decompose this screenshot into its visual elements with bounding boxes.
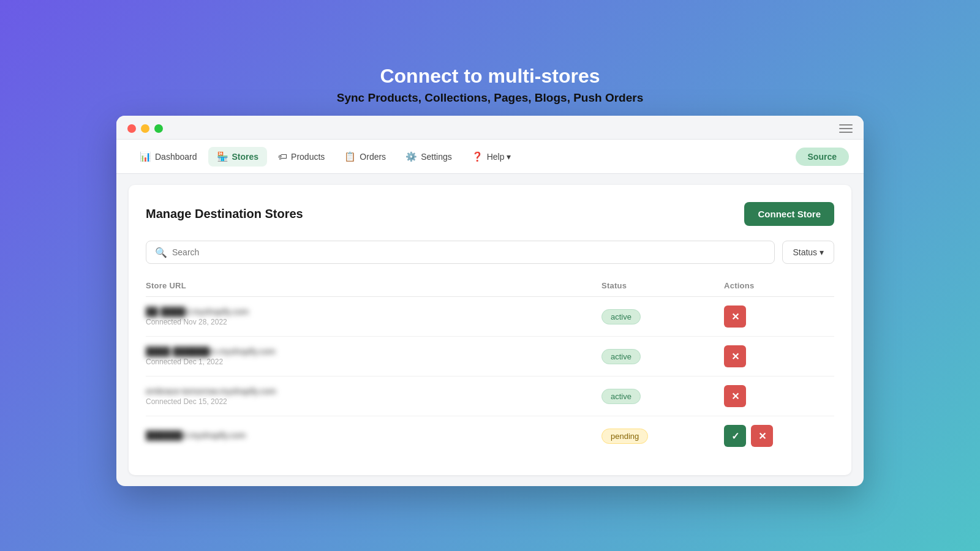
dashboard-icon: 📊	[140, 151, 151, 162]
page-title: Connect to multi-stores	[337, 65, 643, 88]
source-button[interactable]: Source	[796, 148, 849, 166]
search-input[interactable]	[172, 241, 766, 263]
nav-label-dashboard: Dashboard	[155, 152, 197, 162]
close-button[interactable]	[127, 124, 136, 133]
nav-item-settings[interactable]: ⚙️ Settings	[397, 147, 461, 167]
actions-cell: ✓ ✕	[724, 425, 834, 447]
window-titlebar	[116, 116, 864, 140]
help-icon: ❓	[472, 151, 483, 162]
page-subtitle: Sync Products, Collections, Pages, Blogs…	[337, 91, 643, 105]
maximize-button[interactable]	[154, 124, 163, 133]
connected-date: Connected Dec 1, 2022	[146, 358, 601, 366]
status-badge: active	[601, 349, 641, 364]
status-badge: active	[601, 389, 641, 404]
status-cell: active	[601, 349, 724, 364]
store-url: ██-████d.myshopify.com	[146, 307, 601, 317]
content-title: Manage Destination Stores	[146, 207, 303, 221]
nav-label-help: Help ▾	[487, 152, 511, 162]
nav-item-stores[interactable]: 🏪 Stores	[208, 147, 268, 167]
orders-icon: 📋	[344, 151, 356, 162]
stores-table: Store URL Status Actions ██-████d.myshop…	[146, 276, 834, 455]
delete-button[interactable]: ✕	[724, 385, 746, 407]
nav-label-stores: Stores	[232, 152, 259, 162]
actions-cell: ✕	[724, 345, 834, 367]
store-info: ████-██████m.myshopify.com Connected Dec…	[146, 347, 601, 366]
table-row: ████-██████m.myshopify.com Connected Dec…	[146, 337, 834, 377]
stores-icon: 🏪	[217, 151, 228, 162]
delete-button[interactable]: ✕	[724, 345, 746, 367]
status-cell: active	[601, 309, 724, 324]
table-row: embrace-tomorrow.myshopify.com Connected…	[146, 377, 834, 416]
connect-store-button[interactable]: Connect Store	[744, 202, 834, 226]
minimize-button[interactable]	[141, 124, 149, 133]
connected-date: Connected Dec 15, 2022	[146, 397, 601, 406]
connected-date: Connected Nov 28, 2022	[146, 318, 601, 326]
store-url: ████-██████m.myshopify.com	[146, 347, 601, 356]
table-header: Store URL Status Actions	[146, 276, 834, 297]
col-actions: Actions	[724, 281, 834, 290]
actions-cell: ✕	[724, 385, 834, 407]
nav-item-dashboard[interactable]: 📊 Dashboard	[131, 147, 206, 167]
status-cell: active	[601, 389, 724, 404]
hamburger-menu-icon[interactable]	[839, 124, 853, 133]
delete-button[interactable]: ✕	[751, 425, 773, 447]
nav-label-products: Products	[291, 152, 325, 162]
nav-label-orders: Orders	[360, 152, 386, 162]
content-header: Manage Destination Stores Connect Store	[146, 202, 834, 226]
main-content: Manage Destination Stores Connect Store …	[129, 185, 851, 475]
nav-item-products[interactable]: 🏷 Products	[270, 147, 333, 166]
traffic-lights	[127, 124, 163, 133]
nav-item-orders[interactable]: 📋 Orders	[336, 147, 394, 167]
col-store-url: Store URL	[146, 281, 601, 290]
search-bar-row: 🔍 Status ▾	[146, 241, 834, 264]
table-row: ██-████d.myshopify.com Connected Nov 28,…	[146, 297, 834, 337]
nav-items: 📊 Dashboard 🏪 Stores 🏷 Products 📋 Orders…	[131, 147, 796, 167]
search-wrapper: 🔍	[146, 241, 775, 264]
navbar: 📊 Dashboard 🏪 Stores 🏷 Products 📋 Orders…	[116, 140, 864, 174]
status-filter-dropdown[interactable]: Status ▾	[782, 241, 834, 264]
actions-cell: ✕	[724, 305, 834, 328]
table-row: ██████d.myshopify.com pending ✓ ✕	[146, 416, 834, 455]
settings-icon: ⚙️	[405, 151, 417, 162]
nav-item-help[interactable]: ❓ Help ▾	[463, 147, 520, 167]
store-url: ██████d.myshopify.com	[146, 430, 601, 440]
page-header: Connect to multi-stores Sync Products, C…	[337, 65, 643, 105]
confirm-button[interactable]: ✓	[724, 425, 746, 447]
delete-button[interactable]: ✕	[724, 305, 746, 328]
products-icon: 🏷	[278, 151, 287, 162]
search-icon: 🔍	[155, 247, 167, 258]
store-info: ██-████d.myshopify.com Connected Nov 28,…	[146, 307, 601, 326]
nav-label-settings: Settings	[421, 152, 452, 162]
status-badge: pending	[601, 429, 648, 444]
app-window: 📊 Dashboard 🏪 Stores 🏷 Products 📋 Orders…	[116, 116, 864, 486]
col-status: Status	[601, 281, 724, 290]
status-badge: active	[601, 309, 641, 324]
store-info: ██████d.myshopify.com	[146, 430, 601, 441]
store-info: embrace-tomorrow.myshopify.com Connected…	[146, 386, 601, 406]
store-url: embrace-tomorrow.myshopify.com	[146, 386, 601, 396]
status-cell: pending	[601, 429, 724, 444]
